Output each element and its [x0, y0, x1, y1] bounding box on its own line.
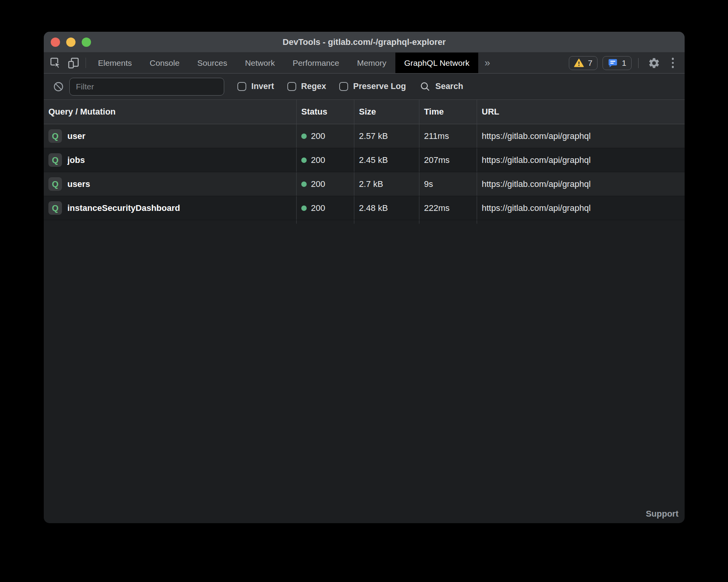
status-ok-dot — [301, 205, 307, 211]
status-code: 200 — [311, 179, 325, 189]
table-header: Query / Mutation Status Size Time URL — [44, 100, 685, 124]
inspect-element-button[interactable] — [47, 53, 65, 73]
query-cell: Q jobs — [44, 148, 296, 172]
time-cell: 222ms — [419, 196, 477, 220]
tab-memory[interactable]: Memory — [348, 53, 395, 73]
regex-checkbox[interactable] — [287, 82, 296, 91]
query-cell: Q instanceSecurityDashboard — [44, 196, 296, 220]
regex-checkbox-group: Regex — [287, 82, 326, 91]
url-cell: https://gitlab.com/api/graphql — [477, 124, 685, 148]
invert-checkbox[interactable] — [237, 82, 246, 91]
status-cell: 200 — [296, 172, 354, 196]
zoom-button[interactable] — [82, 38, 91, 47]
tab-network[interactable]: Network — [236, 53, 284, 73]
devtools-window: DevTools - gitlab.com/-/graphql-explorer… — [44, 32, 685, 523]
time-cell: 211ms — [419, 124, 477, 148]
table-row[interactable]: Q jobs 200 2.45 kB 207ms https://gitlab.… — [44, 148, 685, 172]
status-cell: 200 — [296, 196, 354, 220]
inspect-cursor-icon — [50, 57, 62, 69]
gear-icon — [648, 57, 660, 69]
block-icon — [53, 81, 64, 92]
status-ok-dot — [301, 134, 307, 139]
search-label: Search — [435, 82, 463, 91]
query-type-badge: Q — [48, 177, 62, 191]
filter-toolbar: Invert Regex Preserve Log Search — [44, 74, 685, 100]
preserve-log-label[interactable]: Preserve Log — [353, 82, 406, 91]
traffic-lights — [51, 38, 91, 47]
preserve-log-checkbox[interactable] — [339, 82, 348, 91]
tab-graphql-network[interactable]: GraphQL Network — [395, 53, 478, 73]
query-cell: Q user — [44, 124, 296, 148]
query-type-badge: Q — [48, 153, 62, 167]
column-header-time[interactable]: Time — [419, 100, 477, 124]
query-name: user — [67, 131, 85, 141]
titlebar[interactable]: DevTools - gitlab.com/-/graphql-explorer — [44, 32, 685, 53]
column-line-stubs — [44, 220, 685, 224]
devtools-tabbar: Elements Console Sources Network Perform… — [44, 53, 685, 74]
device-toolbar-button[interactable] — [65, 53, 82, 73]
table-row[interactable]: Q user 200 2.57 kB 211ms https://gitlab.… — [44, 124, 685, 148]
warning-triangle-icon — [574, 58, 584, 68]
tabbar-right-divider — [638, 58, 639, 68]
query-type-badge: Q — [48, 201, 62, 215]
status-ok-dot — [301, 181, 307, 187]
kebab-menu-icon — [672, 58, 674, 60]
more-tabs-button[interactable]: » — [478, 53, 496, 73]
status-code: 200 — [311, 131, 325, 141]
filter-input[interactable] — [69, 78, 224, 96]
issue-count: 1 — [622, 58, 627, 68]
preserve-log-checkbox-group: Preserve Log — [339, 82, 406, 91]
status-cell: 200 — [296, 148, 354, 172]
time-cell: 207ms — [419, 148, 477, 172]
tab-console[interactable]: Console — [141, 53, 189, 73]
invert-checkbox-group: Invert — [237, 82, 274, 91]
column-header-size[interactable]: Size — [354, 100, 419, 124]
support-link[interactable]: Support — [646, 509, 678, 519]
size-cell: 2.48 kB — [354, 196, 419, 220]
url-cell: https://gitlab.com/api/graphql — [477, 148, 685, 172]
minimize-button[interactable] — [66, 38, 76, 47]
warnings-badge[interactable]: 7 — [569, 56, 598, 70]
query-name: jobs — [67, 155, 85, 165]
query-name: instanceSecurityDashboard — [67, 203, 180, 213]
query-name: users — [67, 179, 90, 189]
size-cell: 2.7 kB — [354, 172, 419, 196]
status-cell: 200 — [296, 124, 354, 148]
query-cell: Q users — [44, 172, 296, 196]
url-cell: https://gitlab.com/api/graphql — [477, 196, 685, 220]
search-control[interactable]: Search — [420, 81, 463, 92]
regex-label[interactable]: Regex — [301, 82, 326, 91]
table-row[interactable]: Q instanceSecurityDashboard 200 2.48 kB … — [44, 196, 685, 220]
url-cell: https://gitlab.com/api/graphql — [477, 172, 685, 196]
tabbar-separator — [86, 58, 86, 68]
close-button[interactable] — [51, 38, 60, 47]
column-header-query-mutation[interactable]: Query / Mutation — [44, 100, 296, 124]
panel-empty-area: Support — [44, 224, 685, 523]
window-title: DevTools - gitlab.com/-/graphql-explorer — [44, 37, 685, 47]
size-cell: 2.45 kB — [354, 148, 419, 172]
more-options-button[interactable] — [668, 58, 678, 68]
chevron-double-right-icon: » — [484, 57, 490, 69]
column-header-url[interactable]: URL — [477, 100, 685, 124]
device-toolbar-icon — [68, 57, 79, 69]
tab-performance[interactable]: Performance — [284, 53, 348, 73]
issues-badge[interactable]: 1 — [603, 56, 632, 70]
tab-elements[interactable]: Elements — [89, 53, 141, 73]
settings-button[interactable] — [645, 57, 663, 69]
query-type-badge: Q — [48, 129, 62, 143]
search-icon — [420, 81, 430, 92]
time-cell: 9s — [419, 172, 477, 196]
tabbar-right-controls: 7 1 — [569, 53, 685, 73]
invert-label[interactable]: Invert — [251, 82, 274, 91]
chat-bubble-icon — [608, 58, 618, 68]
size-cell: 2.57 kB — [354, 124, 419, 148]
status-code: 200 — [311, 155, 325, 165]
status-code: 200 — [311, 203, 325, 213]
clear-requests-button[interactable] — [53, 81, 64, 92]
warning-count: 7 — [588, 58, 592, 68]
status-ok-dot — [301, 157, 307, 163]
table-row[interactable]: Q users 200 2.7 kB 9s https://gitlab.com… — [44, 172, 685, 196]
column-header-status[interactable]: Status — [296, 100, 354, 124]
tab-sources[interactable]: Sources — [189, 53, 236, 73]
